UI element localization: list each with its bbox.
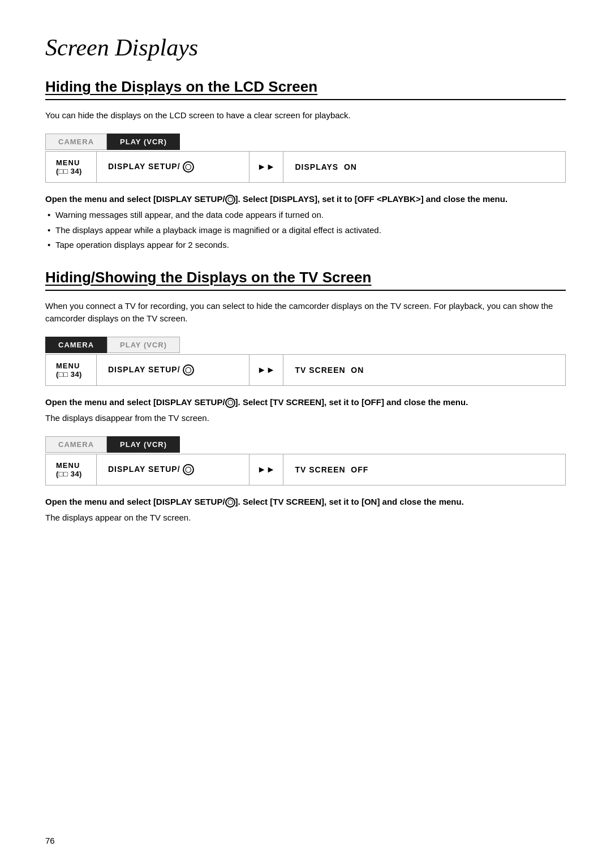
section1-heading: Hiding the Displays on the LCD Screen — [45, 78, 566, 100]
display-setup-icon: ◯ — [183, 161, 194, 173]
section2-sub1-menu-item: DISPLAY SETUP/ ◯ — [97, 355, 249, 385]
section2-sub1-result-label: TV SCREEN — [295, 366, 345, 375]
section1-description: You can hide the displays on the LCD scr… — [45, 109, 566, 122]
section1-menu-diagram: MENU (□□ 34) DISPLAY SETUP/ ◯ ►► DISPLAY… — [45, 151, 566, 183]
section2-heading: Hiding/Showing the Displays on the TV Sc… — [45, 269, 566, 291]
bullet-item-3: Tape operation displays appear for 2 sec… — [45, 239, 566, 252]
section2-sub2-plain-text: The displays appear on the TV screen. — [45, 512, 566, 525]
page-number: 76 — [45, 836, 55, 845]
bullet-item-1: Warning messages still appear, and the d… — [45, 209, 566, 222]
section2-sub2-result-value: OFF — [351, 465, 368, 474]
section2-sub1-menu-item-text: DISPLAY SETUP/ ◯ — [108, 364, 194, 376]
section2-sub2-camera-tab[interactable]: CAMERA — [45, 436, 107, 453]
section2-sub1-menu-ref: (□□ 34) — [56, 370, 86, 379]
section1-menu-arrow: ►► — [249, 152, 284, 182]
display-setup-icon-3: ◯ — [183, 464, 194, 475]
section2-sub1-menu-word: MENU — [56, 362, 86, 370]
section2-sub2-instruction-bold: Open the menu and select [DISPLAY SETUP/… — [45, 496, 566, 509]
section2-sub2-menu-result: TV SCREEN OFF — [283, 454, 565, 485]
section2-subsection-1: CAMERA PLAY (VCR) MENU (□□ 34) DISPLAY S… — [45, 337, 566, 425]
section2-sub1-menu-result: TV SCREEN ON — [283, 355, 565, 385]
instruction3-icon: ◯ — [225, 497, 235, 508]
section2-sub2-menu-word: MENU — [56, 461, 86, 470]
section2-sub1-result-value: ON — [351, 366, 364, 375]
section1-menu-result: DISPLAYS ON — [283, 152, 565, 182]
section2-sub2-result-label: TV SCREEN — [295, 465, 345, 474]
bullet-item-2: The displays appear while a playback ima… — [45, 224, 566, 237]
section2-sub2-menu-label: MENU (□□ 34) — [46, 454, 97, 485]
section-1: Hiding the Displays on the LCD Screen Yo… — [45, 78, 566, 252]
section2-sub1-instruction-bold: Open the menu and select [DISPLAY SETUP/… — [45, 396, 566, 409]
section2-sub2-play-tab[interactable]: PLAY (VCR) — [107, 436, 180, 453]
display-setup-icon-2: ◯ — [183, 364, 194, 376]
section1-result-label: DISPLAYS — [295, 162, 338, 171]
section2-description: When you connect a TV for recording, you… — [45, 300, 566, 325]
section1-tab-row: CAMERA PLAY (VCR) — [45, 134, 566, 150]
section1-menu-label: MENU (□□ 34) — [46, 152, 97, 182]
section2-sub1-menu-diagram: MENU (□□ 34) DISPLAY SETUP/ ◯ ►► TV SCRE… — [45, 354, 566, 386]
page-title: Screen Displays — [45, 34, 566, 61]
section1-instruction-bold: Open the menu and select [DISPLAY SETUP/… — [45, 193, 566, 206]
section2-sub1-menu-arrow: ►► — [249, 355, 284, 385]
instruction1-icon: ◯ — [225, 195, 235, 205]
section1-menu-item: DISPLAY SETUP/ ◯ — [97, 152, 249, 182]
section1-play-tab[interactable]: PLAY (VCR) — [107, 134, 180, 150]
section2-sub1-instruction: Open the menu and select [DISPLAY SETUP/… — [45, 396, 566, 425]
section2-subsection-2: CAMERA PLAY (VCR) MENU (□□ 34) DISPLAY S… — [45, 436, 566, 525]
section2-sub2-menu-ref: (□□ 34) — [56, 470, 86, 478]
section1-result-value: ON — [344, 162, 357, 171]
section2-sub1-camera-tab[interactable]: CAMERA — [45, 337, 107, 353]
section2-sub2-menu-diagram: MENU (□□ 34) DISPLAY SETUP/ ◯ ►► TV SCRE… — [45, 454, 566, 485]
section2-sub2-menu-item-text: DISPLAY SETUP/ ◯ — [108, 464, 194, 475]
section2-sub2-tab-row: CAMERA PLAY (VCR) — [45, 436, 566, 453]
section2-sub2-instruction: Open the menu and select [DISPLAY SETUP/… — [45, 496, 566, 525]
instruction2-icon: ◯ — [225, 398, 235, 408]
section2-sub2-menu-item: DISPLAY SETUP/ ◯ — [97, 454, 249, 485]
section2-sub1-menu-label: MENU (□□ 34) — [46, 355, 97, 385]
section2-sub2-menu-arrow: ►► — [249, 454, 284, 485]
section1-menu-ref: (□□ 34) — [56, 167, 86, 175]
section1-instruction: Open the menu and select [DISPLAY SETUP/… — [45, 193, 566, 252]
section2-sub1-plain-text: The displays disappear from the TV scree… — [45, 412, 566, 425]
section1-menu-word: MENU — [56, 158, 86, 167]
section2-sub1-tab-row: CAMERA PLAY (VCR) — [45, 337, 566, 353]
section1-camera-tab[interactable]: CAMERA — [45, 134, 107, 150]
section1-menu-item-text: DISPLAY SETUP/ ◯ — [108, 161, 194, 173]
section-2: Hiding/Showing the Displays on the TV Sc… — [45, 269, 566, 525]
section2-sub1-play-tab[interactable]: PLAY (VCR) — [107, 337, 180, 353]
section1-bullets: Warning messages still appear, and the d… — [45, 209, 566, 252]
